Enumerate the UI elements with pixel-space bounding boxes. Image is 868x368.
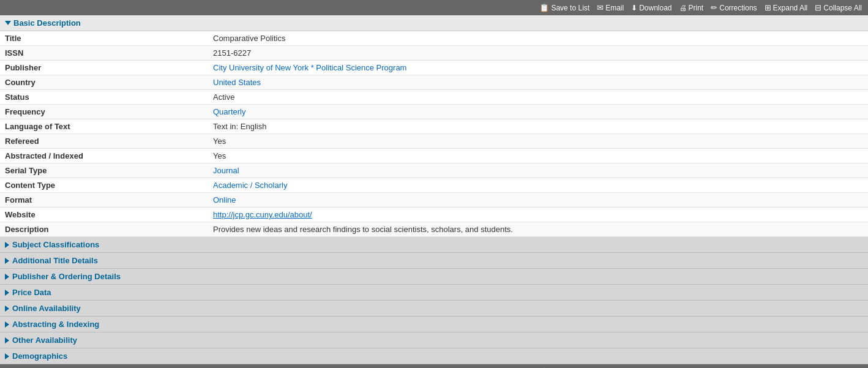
field-link[interactable]: United States (213, 78, 261, 87)
field-link[interactable]: Journal (213, 166, 239, 175)
collapse-all-button-top[interactable]: Collapse All (815, 3, 862, 12)
field-value: Text in: English (208, 119, 868, 134)
field-value: Provides new ideas and research findings… (208, 222, 868, 237)
section-label: Demographics (12, 351, 67, 361)
expand-arrow-icon (5, 290, 9, 296)
field-value: Active (208, 90, 868, 105)
main-content: Basic Description TitleComparative Polit… (0, 15, 868, 364)
top-toolbar: Save to List Email Download Print Correc… (0, 0, 868, 15)
email-icon-top (597, 3, 604, 12)
table-row: PublisherCity University of New York * P… (0, 61, 868, 75)
save-icon-top (539, 3, 549, 12)
field-label: ISSN (0, 46, 208, 61)
field-label: Format (0, 193, 208, 208)
expand-icon-top (765, 3, 771, 12)
field-label: Description (0, 222, 208, 237)
field-link[interactable]: City University of New York * Political … (213, 63, 406, 72)
field-value: Yes (208, 149, 868, 163)
field-label: Content Type (0, 178, 208, 193)
print-button-top[interactable]: Print (679, 4, 704, 12)
table-row: CountryUnited States (0, 75, 868, 90)
field-value: United States (208, 75, 868, 90)
field-value: City University of New York * Political … (208, 61, 868, 75)
field-value: Comparative Politics (208, 31, 868, 46)
expand-arrow-icon (5, 258, 9, 264)
expand-arrow-icon (5, 321, 9, 328)
table-row: FormatOnline (0, 193, 868, 208)
table-row: TitleComparative Politics (0, 31, 868, 46)
collapsible-section-additional-title-details[interactable]: Additional Title Details (0, 253, 868, 269)
table-row: FrequencyQuarterly (0, 105, 868, 119)
collapsible-section-price-data[interactable]: Price Data (0, 285, 868, 301)
section-label: Other Availability (12, 336, 77, 345)
expand-arrow-icon (5, 353, 9, 359)
expand-arrow-icon (5, 337, 9, 344)
field-label: Frequency (0, 105, 208, 119)
collapsible-section-abstracting--indexing[interactable]: Abstracting & Indexing (0, 317, 868, 332)
table-row: Content TypeAcademic / Scholarly (0, 178, 868, 193)
field-link[interactable]: Quarterly (213, 107, 245, 116)
table-row: RefereedYes (0, 134, 868, 149)
field-value: Yes (208, 134, 868, 149)
field-label: Country (0, 75, 208, 90)
table-row: Websitehttp://jcp.gc.cuny.edu/about/ (0, 208, 868, 222)
table-row: StatusActive (0, 90, 868, 105)
field-value: Online (208, 193, 868, 208)
collapsible-section-publisher--ordering-details[interactable]: Publisher & Ordering Details (0, 269, 868, 285)
table-row: ISSN2151-6227 (0, 46, 868, 61)
field-link[interactable]: Academic / Scholarly (213, 181, 287, 190)
table-row: Abstracted / IndexedYes (0, 149, 868, 163)
field-label: Serial Type (0, 163, 208, 178)
field-label: Abstracted / Indexed (0, 149, 208, 163)
field-value: Academic / Scholarly (208, 178, 868, 193)
section-label: Additional Title Details (12, 256, 98, 265)
table-row: DescriptionProvides new ideas and resear… (0, 222, 868, 237)
section-label: Publisher & Ordering Details (12, 272, 121, 281)
collapse-arrow-icon (5, 21, 11, 25)
field-value: Journal (208, 163, 868, 178)
download-button-top[interactable]: Download (631, 4, 672, 12)
corrections-button-top[interactable]: Corrections (711, 3, 757, 12)
collapsible-section-demographics[interactable]: Demographics (0, 348, 868, 364)
field-value: 2151-6227 (208, 46, 868, 61)
field-label: Publisher (0, 61, 208, 75)
field-label: Title (0, 31, 208, 46)
collapse-icon-top (815, 3, 821, 12)
collapsible-sections: Subject ClassificationsAdditional Title … (0, 237, 868, 364)
expand-arrow-icon (5, 242, 9, 248)
section-label: Subject Classifications (12, 240, 99, 249)
table-row: Serial TypeJournal (0, 163, 868, 178)
expand-all-button-top[interactable]: Expand All (765, 3, 808, 12)
expand-arrow-icon (5, 306, 9, 312)
save-to-list-button-top[interactable]: Save to List (539, 3, 589, 12)
email-button-top[interactable]: Email (597, 3, 624, 12)
field-value: Quarterly (208, 105, 868, 119)
field-link[interactable]: Online (213, 195, 236, 205)
collapsible-section-other-availability[interactable]: Other Availability (0, 332, 868, 348)
collapsible-section-subject-classifications[interactable]: Subject Classifications (0, 237, 868, 253)
print-icon-top (679, 4, 687, 12)
section-label: Price Data (12, 288, 51, 297)
field-label: Website (0, 208, 208, 222)
expand-arrow-icon (5, 274, 9, 280)
field-value: http://jcp.gc.cuny.edu/about/ (208, 208, 868, 222)
collapsible-section-online-availability[interactable]: Online Availability (0, 301, 868, 317)
field-label: Language of Text (0, 119, 208, 134)
download-icon-top (631, 4, 637, 12)
section-label: Online Availability (12, 304, 81, 313)
bottom-toolbar: Save to List Email Download Print Correc… (0, 364, 868, 368)
field-label: Refereed (0, 134, 208, 149)
basic-description-table: TitleComparative PoliticsISSN2151-6227Pu… (0, 31, 868, 237)
table-row: Language of TextText in: English (0, 119, 868, 134)
field-label: Status (0, 90, 208, 105)
field-url-link[interactable]: http://jcp.gc.cuny.edu/about/ (213, 210, 312, 219)
basic-description-header[interactable]: Basic Description (0, 15, 868, 31)
corrections-icon-top (711, 3, 717, 12)
section-label: Abstracting & Indexing (12, 320, 99, 329)
